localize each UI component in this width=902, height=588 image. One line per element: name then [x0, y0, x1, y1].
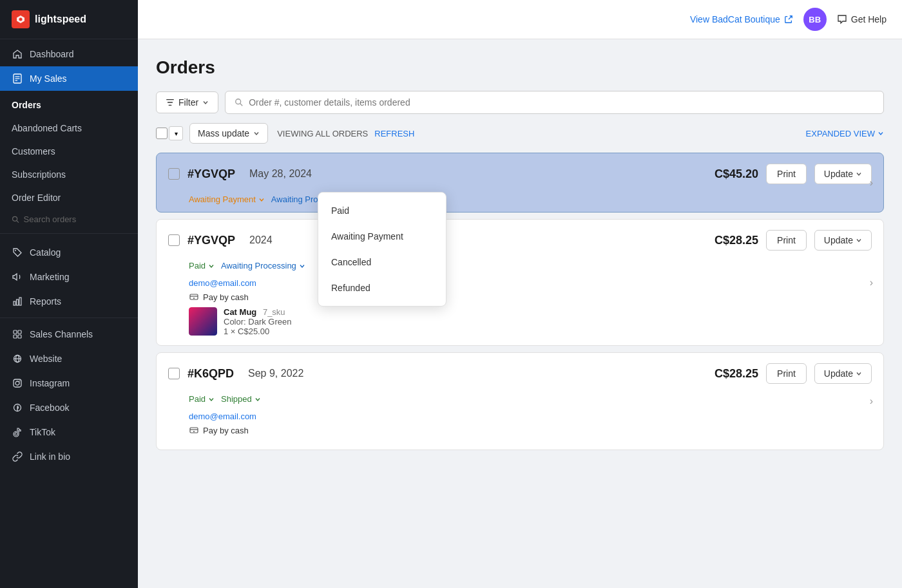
- expanded-view-button[interactable]: EXPANDED VIEW: [806, 129, 884, 138]
- view-store-label: View BadCat Boutique: [690, 14, 780, 24]
- sidebar-item-instagram[interactable]: Instagram: [0, 371, 138, 395]
- sidebar-item-website-label: Website: [30, 354, 62, 364]
- select-all-checkbox[interactable]: [156, 128, 168, 139]
- update-button-3[interactable]: Update: [814, 363, 872, 384]
- order-status-row-3: Paid Shipped: [157, 394, 883, 412]
- instagram-icon: [12, 377, 23, 389]
- svg-line-23: [240, 104, 243, 106]
- payment-status-badge-2[interactable]: Paid: [189, 261, 215, 270]
- dropdown-item-paid[interactable]: Paid: [318, 198, 446, 223]
- sidebar-item-subscriptions[interactable]: Subscriptions: [0, 163, 138, 186]
- update-chevron-icon-1: [856, 171, 862, 177]
- search-sidebar-icon: [12, 215, 20, 224]
- sidebar: lightspeed Dashboard My Sales Orders Aba…: [0, 0, 138, 588]
- svg-point-22: [236, 99, 241, 104]
- order-email-2[interactable]: demo@email.com: [189, 278, 872, 288]
- refresh-link[interactable]: REFRESH: [374, 129, 414, 138]
- order-status-row-2: Paid Awaiting Processing: [157, 261, 883, 278]
- sidebar-item-catalog-label: Catalog: [30, 247, 61, 258]
- fulfillment-status-chevron-2: [299, 263, 305, 269]
- logo[interactable]: lightspeed: [0, 0, 138, 39]
- sidebar-item-orders[interactable]: Orders: [0, 93, 138, 117]
- topbar: View BadCat Boutique BB Get Help: [138, 0, 902, 39]
- grid-icon: [12, 328, 23, 340]
- order-amount-2: C$28.25: [715, 234, 758, 247]
- sidebar-item-reports[interactable]: Reports: [0, 289, 138, 314]
- sidebar-item-my-sales[interactable]: My Sales: [0, 66, 138, 91]
- order-search-input[interactable]: [249, 97, 874, 108]
- order-item-2: Cat Mug 7_sku Color: Dark Green 1 × C$25…: [189, 307, 872, 336]
- sidebar-item-catalog[interactable]: Catalog: [0, 240, 138, 265]
- dropdown-item-awaiting-payment[interactable]: Awaiting Payment: [318, 223, 446, 249]
- sidebar-item-sales-channels[interactable]: Sales Channels: [0, 322, 138, 346]
- toolbar-row: ▾ Mass update VIEWING ALL ORDERS REFRESH…: [156, 123, 884, 144]
- order-details-2: demo@email.com Pay by cash Cat Mug 7_sku: [157, 278, 883, 345]
- orders-list: #YGVQP May 28, 2024 C$45.20 Print Update…: [156, 153, 884, 457]
- filter-button[interactable]: Filter: [156, 91, 218, 113]
- payment-method-2: Pay by cash: [203, 292, 249, 302]
- link-icon: [12, 451, 23, 462]
- dropdown-item-cancelled[interactable]: Cancelled: [318, 249, 446, 275]
- print-button-2[interactable]: Print: [766, 230, 807, 251]
- fulfillment-status-badge-3[interactable]: Shipped: [221, 394, 261, 404]
- mass-update-label: Mass update: [198, 128, 249, 138]
- sidebar-item-website[interactable]: Website: [0, 346, 138, 371]
- payment-status-badge-3[interactable]: Paid: [189, 394, 215, 404]
- order-payment-3: Pay by cash: [189, 425, 872, 435]
- sidebar-item-marketing[interactable]: Marketing: [0, 265, 138, 289]
- tag-icon: [12, 247, 23, 258]
- svg-rect-9: [17, 299, 19, 305]
- order-checkbox-3[interactable]: [168, 368, 180, 379]
- order-email-3[interactable]: demo@email.com: [189, 412, 872, 421]
- sidebar-divider-2: [0, 318, 138, 318]
- mass-update-button[interactable]: Mass update: [189, 123, 268, 144]
- sidebar-item-link-in-bio[interactable]: Link in bio: [0, 444, 138, 469]
- svg-rect-12: [18, 330, 21, 334]
- user-avatar[interactable]: BB: [803, 8, 827, 31]
- sidebar-item-facebook[interactable]: Facebook: [0, 395, 138, 420]
- sidebar-item-dashboard[interactable]: Dashboard: [0, 42, 138, 66]
- globe-icon: [12, 353, 23, 365]
- order-checkbox-2[interactable]: [168, 234, 180, 246]
- cash-icon-2: [189, 292, 199, 302]
- expanded-view-label: EXPANDED VIEW: [806, 129, 875, 138]
- sidebar-item-abandoned-carts[interactable]: Abandoned Carts: [0, 117, 138, 140]
- order-header-2: #YGVQP 2024 C$28.25 Print Update: [157, 220, 883, 261]
- order-chevron-right-1[interactable]: ›: [870, 177, 873, 189]
- order-id-1: #YGVQP: [187, 167, 235, 181]
- update-button-2[interactable]: Update: [814, 230, 872, 251]
- dropdown-item-refunded[interactable]: Refunded: [318, 275, 446, 301]
- item-info-2: Cat Mug 7_sku Color: Dark Green 1 × C$25…: [224, 307, 291, 336]
- sidebar-item-order-editor[interactable]: Order Editor: [0, 186, 138, 209]
- get-help-button[interactable]: Get Help: [837, 14, 887, 24]
- sidebar-item-facebook-label: Facebook: [30, 403, 69, 413]
- order-card-ygvqp: #YGVQP May 28, 2024 C$45.20 Print Update…: [156, 153, 884, 213]
- order-chevron-right-2[interactable]: ›: [870, 277, 873, 289]
- expanded-view-chevron-icon: [878, 130, 884, 137]
- search-orders-input[interactable]: [24, 214, 126, 224]
- select-all-checkbox-wrap: ▾: [156, 126, 183, 140]
- sidebar-item-my-sales-label: My Sales: [30, 73, 67, 84]
- sidebar-item-customers[interactable]: Customers: [0, 140, 138, 163]
- update-button-1[interactable]: Update: [814, 164, 872, 184]
- update-chevron-icon-3: [856, 370, 862, 377]
- order-id-3: #K6QPD: [187, 367, 234, 381]
- print-button-1[interactable]: Print: [766, 164, 807, 184]
- sidebar-item-customers-label: Customers: [12, 146, 55, 156]
- select-all-dropdown[interactable]: ▾: [169, 126, 183, 140]
- svg-line-6: [17, 220, 19, 222]
- sidebar-item-tiktok[interactable]: TikTok: [0, 420, 138, 444]
- print-button-3[interactable]: Print: [766, 363, 807, 384]
- receipt-icon: [12, 73, 23, 84]
- payment-status-badge-1[interactable]: Awaiting Payment: [189, 194, 265, 204]
- svg-rect-10: [19, 298, 21, 305]
- chat-icon: [837, 14, 847, 24]
- order-id-2: #YGVQP: [187, 234, 235, 247]
- fulfillment-status-badge-2[interactable]: Awaiting Processing: [221, 261, 305, 270]
- order-checkbox-1[interactable]: [168, 168, 180, 180]
- order-chevron-right-3[interactable]: ›: [870, 395, 873, 407]
- svg-point-25: [193, 298, 195, 299]
- sidebar-item-subscriptions-label: Subscriptions: [12, 169, 66, 180]
- view-store-link[interactable]: View BadCat Boutique: [690, 14, 793, 24]
- order-amount-3: C$28.25: [715, 367, 758, 381]
